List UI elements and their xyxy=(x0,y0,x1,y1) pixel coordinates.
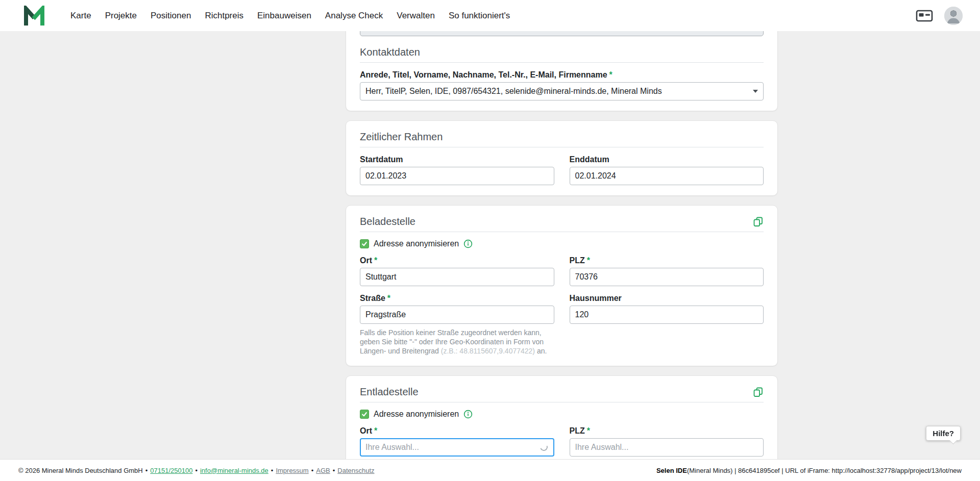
footer: © 2026 Mineral Minds Deutschland GmbH • … xyxy=(0,459,980,481)
check-icon xyxy=(361,411,368,417)
belade-strasse-field: Straße* Falls die Position keiner Straße… xyxy=(360,293,554,356)
required-mark: * xyxy=(387,294,390,302)
footer-left: © 2026 Mineral Minds Deutschland GmbH • … xyxy=(18,467,375,474)
nav-item-positionen[interactable]: Positionen xyxy=(151,11,191,21)
user-icon xyxy=(944,7,963,25)
info-icon[interactable] xyxy=(463,239,473,248)
required-mark: * xyxy=(609,70,612,79)
startdatum-field: Startdatum xyxy=(360,155,554,185)
contact-heading: Kontaktdaten xyxy=(360,46,764,58)
belade-plz-label: PLZ* xyxy=(570,256,764,265)
logo-icon xyxy=(22,6,46,26)
startdatum-label: Startdatum xyxy=(360,155,554,164)
nav-item-analyse-check[interactable]: Analyse Check xyxy=(325,11,383,21)
terminal-icon[interactable] xyxy=(916,10,933,22)
belade-ort-label-text: Ort xyxy=(360,256,372,265)
contact-field: Anrede, Titel, Vorname, Nachname, Tel.-N… xyxy=(360,70,764,100)
anonymize-row: Adresse anonymisieren xyxy=(360,410,764,419)
nav-item-projekte[interactable]: Projekte xyxy=(105,11,137,21)
footer-phone-link[interactable]: 07151/250100 xyxy=(150,467,192,474)
contact-select[interactable]: Herr, TitelP, Selen, IDE, 0987/654321, s… xyxy=(360,82,764,100)
belade-ort-label: Ort* xyxy=(360,256,554,265)
strasse-help-example: (z.B.: 48.8115607,9.4077422) xyxy=(441,347,535,355)
belade-plz-label-text: PLZ xyxy=(570,256,585,265)
belade-ort-input[interactable] xyxy=(360,268,554,286)
timeframe-heading: Zeitlicher Rahmen xyxy=(360,131,764,143)
divider xyxy=(360,232,764,232)
footer-separator: • xyxy=(311,467,314,474)
strasse-help-suffix: an. xyxy=(535,347,547,355)
timeframe-card: Zeitlicher Rahmen Startdatum Enddatum xyxy=(346,120,778,196)
copyright-text: © 2026 Mineral Minds Deutschland GmbH xyxy=(18,467,143,474)
required-mark: * xyxy=(587,426,590,435)
footer-agb-link[interactable]: AGB xyxy=(316,467,330,474)
nav-item-karte[interactable]: Karte xyxy=(70,11,91,21)
nav-item-richtpreis[interactable]: Richtpreis xyxy=(205,11,243,21)
belade-hausnummer-field: Hausnummer xyxy=(570,293,764,356)
nav-item-einbauweisen[interactable]: Einbauweisen xyxy=(257,11,311,21)
entlade-plz-field: PLZ* xyxy=(570,426,764,457)
check-icon xyxy=(361,241,368,247)
belade-ort-field: Ort* xyxy=(360,256,554,286)
anonymize-label: Adresse anonymisieren xyxy=(374,410,459,419)
top-navbar: Karte Projekte Positionen Richtpreis Ein… xyxy=(0,0,980,31)
entlade-ort-label-text: Ort xyxy=(360,426,372,435)
divider xyxy=(360,402,764,402)
anonymize-label: Adresse anonymisieren xyxy=(374,239,459,248)
entladestelle-heading: Entladestelle xyxy=(360,386,419,398)
entlade-plz-label: PLZ* xyxy=(570,426,764,436)
strasse-help-text: Falls die Position keiner Straße zugeord… xyxy=(360,328,554,356)
belade-strasse-input[interactable] xyxy=(360,306,554,324)
footer-separator: • xyxy=(333,467,335,474)
footer-separator: • xyxy=(195,467,198,474)
enddatum-field: Enddatum xyxy=(570,155,764,185)
avatar[interactable] xyxy=(944,7,963,25)
nav-item-verwalten[interactable]: Verwalten xyxy=(397,11,435,21)
required-mark: * xyxy=(374,426,377,435)
entlade-ort-field: Ort* xyxy=(360,426,554,457)
required-mark: * xyxy=(587,256,590,265)
navbar-right xyxy=(916,7,963,25)
beladestelle-heading: Beladestelle xyxy=(360,216,415,227)
belade-hausnummer-label: Hausnummer xyxy=(570,293,764,303)
info-icon[interactable] xyxy=(463,410,473,419)
belade-plz-input[interactable] xyxy=(570,268,764,286)
footer-env-info: Selen IDE (Mineral Minds) | 86c641895cef… xyxy=(656,467,962,474)
copy-icon[interactable] xyxy=(753,387,764,397)
footer-separator: • xyxy=(145,467,148,474)
form-content: Kontaktdaten Anrede, Titel, Vorname, Nac… xyxy=(346,6,778,481)
help-button[interactable]: Hilfe? xyxy=(926,426,961,441)
entlade-plz-input[interactable] xyxy=(570,438,764,457)
startdatum-input[interactable] xyxy=(360,167,554,185)
footer-separator: • xyxy=(271,467,274,474)
entlade-ort-label: Ort* xyxy=(360,426,554,436)
belade-strasse-label: Straße* xyxy=(360,293,554,303)
logo[interactable] xyxy=(22,6,46,26)
entlade-ort-input[interactable] xyxy=(360,438,554,457)
belade-strasse-label-text: Straße xyxy=(360,294,385,302)
enddatum-input[interactable] xyxy=(570,167,764,185)
contact-field-label: Anrede, Titel, Vorname, Nachname, Tel.-N… xyxy=(360,70,764,80)
footer-datenschutz-link[interactable]: Datenschutz xyxy=(337,467,374,474)
contact-select-value: Herr, TitelP, Selen, IDE, 0987/654321, s… xyxy=(365,87,662,96)
enddatum-label: Enddatum xyxy=(570,155,764,164)
contact-field-label-text: Anrede, Titel, Vorname, Nachname, Tel.-N… xyxy=(360,70,607,79)
nav-item-so-funktionierts[interactable]: So funktioniert's xyxy=(449,11,510,21)
main-menu: Karte Projekte Positionen Richtpreis Ein… xyxy=(70,11,510,21)
divider xyxy=(360,62,764,63)
divider xyxy=(360,147,764,147)
chevron-down-icon xyxy=(753,90,758,93)
anonymize-checkbox[interactable] xyxy=(360,239,369,248)
anonymize-row: Adresse anonymisieren xyxy=(360,239,764,248)
env-details: (Mineral Minds) | 86c641895cef | URL of … xyxy=(687,467,962,474)
required-mark: * xyxy=(374,256,377,265)
anonymize-checkbox[interactable] xyxy=(360,410,369,419)
env-name: Selen IDE xyxy=(656,467,687,474)
footer-impressum-link[interactable]: Impressum xyxy=(276,467,308,474)
beladestelle-card: Beladestelle Adresse anonymisieren xyxy=(346,205,778,366)
belade-plz-field: PLZ* xyxy=(570,256,764,286)
belade-hausnummer-input[interactable] xyxy=(570,306,764,324)
footer-email-link[interactable]: info@mineral-minds.de xyxy=(200,467,268,474)
entlade-plz-label-text: PLZ xyxy=(570,426,585,435)
copy-icon[interactable] xyxy=(753,216,764,227)
